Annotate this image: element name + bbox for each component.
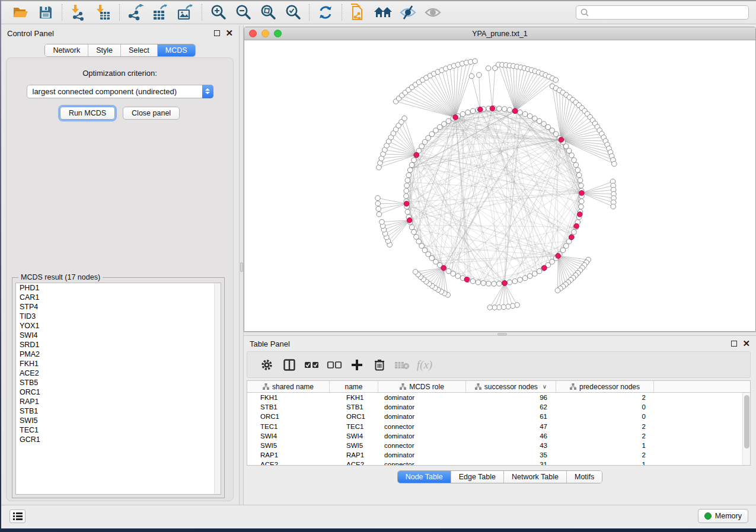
table-cell[interactable]: RAP1	[247, 450, 330, 460]
mcds-result-item[interactable]: TID3	[16, 312, 221, 321]
table-row[interactable]: RAP1RAP1dominator352	[247, 450, 750, 460]
mcds-result-item[interactable]: SWI5	[16, 416, 221, 425]
delete-column-icon[interactable]	[368, 358, 391, 371]
table-cell[interactable]: connector	[378, 441, 466, 450]
table-cell[interactable]: ACE2	[247, 460, 330, 466]
table-cell[interactable]: 46	[466, 431, 556, 441]
show-all-icon[interactable]	[420, 2, 445, 23]
table-cell[interactable]: 62	[466, 402, 556, 412]
mcds-result-item[interactable]: SRD1	[16, 340, 221, 350]
mcds-result-item[interactable]: YOX1	[16, 321, 221, 331]
close-panel-icon[interactable]: ✕	[225, 30, 233, 36]
first-neighbors-icon[interactable]	[371, 2, 395, 23]
table-cell[interactable]: dominator	[378, 431, 466, 441]
zoom-in-icon[interactable]	[206, 2, 231, 23]
mcds-result-item[interactable]: STB5	[16, 378, 221, 387]
mcds-result-item[interactable]: STB1	[16, 406, 221, 416]
close-panel-button[interactable]: Close panel	[123, 107, 180, 120]
table-cell[interactable]: dominator	[378, 412, 466, 421]
sort-descending-icon[interactable]: ∨	[543, 383, 547, 390]
table-cell[interactable]: TEC1	[247, 422, 330, 431]
splitter-grip[interactable]	[497, 333, 507, 335]
table-cell[interactable]: 1	[556, 441, 654, 450]
table-cell[interactable]: ACE2	[330, 460, 378, 466]
create-column-icon[interactable]	[346, 359, 368, 371]
tab-style[interactable]: Style	[88, 44, 121, 56]
table-cell[interactable]: dominator	[378, 393, 466, 402]
table-settings-icon[interactable]	[256, 358, 278, 371]
export-image-icon[interactable]	[173, 2, 198, 23]
table-cell[interactable]: 2	[556, 431, 654, 441]
close-panel-icon[interactable]: ✕	[742, 341, 750, 347]
mcds-result-item[interactable]: RAP1	[16, 397, 221, 406]
tab-edge-table[interactable]: Edge Table	[451, 471, 504, 483]
table-scrollbar-thumb[interactable]	[744, 395, 749, 448]
mcds-result-item[interactable]: TEC1	[16, 425, 221, 435]
open-file-icon[interactable]	[8, 2, 33, 23]
apply-layout-icon[interactable]	[313, 2, 338, 23]
table-cell[interactable]: 0	[556, 412, 654, 421]
table-cell[interactable]: 1	[556, 460, 654, 466]
show-columns-icon[interactable]	[278, 359, 301, 371]
table-cell[interactable]: 61	[466, 412, 556, 421]
network-window-titlebar[interactable]: YPA_prune.txt_1	[244, 27, 755, 40]
search-box[interactable]	[576, 5, 749, 20]
mcds-result-item[interactable]: GCR1	[16, 435, 221, 444]
mcds-result-item[interactable]: FKH1	[16, 359, 221, 368]
horizontal-splitter[interactable]	[244, 332, 756, 336]
tab-motifs[interactable]: Motifs	[567, 471, 602, 483]
table-cell[interactable]: SWI4	[247, 431, 330, 441]
mcds-result-item[interactable]: ACE2	[16, 368, 221, 378]
table-cell[interactable]: connector	[378, 460, 466, 466]
mcds-result-item[interactable]: STP4	[16, 302, 221, 312]
import-table-icon[interactable]	[91, 2, 116, 23]
run-mcds-button[interactable]: Run MCDS	[60, 107, 115, 120]
mcds-result-list[interactable]: PHD1CAR1STP4TID3YOX1SWI4SRD1PMA2FKH1ACE2…	[15, 283, 221, 495]
table-cell[interactable]: ORC1	[247, 412, 330, 421]
table-row[interactable]: SWI5SWI5connector431	[247, 441, 750, 450]
export-table-icon[interactable]	[148, 2, 173, 23]
table-cell[interactable]: STB1	[330, 402, 378, 412]
column-header-shared-name[interactable]: shared name	[247, 381, 330, 392]
mcds-result-item[interactable]: ORC1	[16, 387, 221, 397]
tab-select[interactable]: Select	[121, 44, 158, 56]
table-cell[interactable]: 47	[466, 422, 556, 431]
network-canvas[interactable]	[244, 40, 755, 331]
column-header-successor-nodes[interactable]: successor nodes ∨	[466, 381, 556, 392]
table-cell[interactable]: 2	[556, 450, 654, 460]
table-cell[interactable]: connector	[378, 422, 466, 431]
zoom-out-icon[interactable]	[231, 2, 256, 23]
float-panel-icon[interactable]	[214, 30, 220, 36]
table-cell[interactable]: FKH1	[330, 393, 378, 402]
table-row[interactable]: TEC1TEC1connector472	[247, 422, 750, 431]
table-cell[interactable]: 2	[556, 393, 654, 402]
tab-network[interactable]: Network	[45, 44, 88, 56]
table-cell[interactable]: 96	[466, 393, 556, 402]
table-cell[interactable]: SWI5	[247, 441, 330, 450]
vertical-splitter[interactable]	[239, 25, 244, 505]
mcds-result-item[interactable]: SWI4	[16, 331, 221, 340]
splitter-grip[interactable]	[240, 262, 243, 272]
float-panel-icon[interactable]	[731, 341, 737, 347]
table-cell[interactable]: FKH1	[247, 393, 330, 402]
table-scrollbar[interactable]	[742, 393, 750, 465]
table-row[interactable]: SWI4SWI4dominator462	[247, 431, 750, 441]
zoom-selected-icon[interactable]	[280, 2, 305, 23]
tab-node-table[interactable]: Node Table	[398, 471, 451, 483]
memory-button[interactable]: Memory	[698, 509, 748, 523]
table-cell[interactable]: dominator	[378, 450, 466, 460]
tab-mcds[interactable]: MCDS	[158, 44, 195, 56]
mcds-result-item[interactable]: PHD1	[16, 283, 221, 293]
table-row[interactable]: FKH1FKH1dominator962	[247, 393, 750, 402]
table-cell[interactable]: 31	[466, 460, 556, 466]
tab-network-table[interactable]: Network Table	[504, 471, 567, 483]
save-icon[interactable]	[33, 2, 58, 23]
mcds-result-item[interactable]: CAR1	[16, 293, 221, 302]
table-cell[interactable]: ORC1	[330, 412, 378, 421]
deselect-all-icon[interactable]	[323, 361, 346, 369]
mcds-result-item[interactable]: PMA2	[16, 350, 221, 359]
network-graph[interactable]	[244, 40, 756, 332]
show-panels-button[interactable]	[9, 509, 25, 523]
table-cell[interactable]: STB1	[247, 402, 330, 412]
table-row[interactable]: ORC1ORC1dominator610	[247, 412, 750, 421]
